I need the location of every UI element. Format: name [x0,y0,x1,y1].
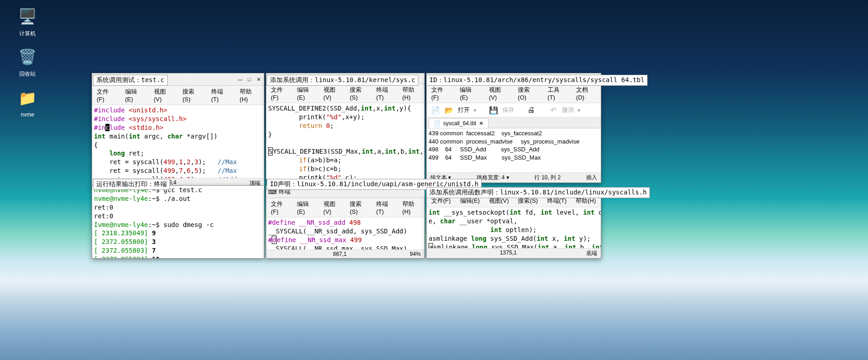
code-area[interactable]: int __sys_setsockopt(int fd, int level, … [427,207,601,248]
statusbar: 1375,1 底端 [427,248,601,258]
window-terminal[interactable]: nvme@nvme-ly4e:~$ gcc test.c nvme@nvme-l… [92,185,264,259]
tab-syscall64[interactable]: 📄 syscall_64.tbl ✕ [429,118,489,128]
cursor-pos: 行 10, 列 2 [534,174,560,182]
menu-terminal[interactable]: 终端(T) [372,85,398,102]
desktop-icon-label: nvme [9,111,46,118]
undo-button: 撤消 [562,106,574,114]
menu-view[interactable]: 视图(V) [319,199,346,216]
desktop-icon-label: 回收站 [9,70,46,78]
desktop-icon-trash[interactable]: 🗑️ 回收站 [9,46,46,78]
code-area[interactable]: 439 common faccessat2 sys_faccessat2 440… [427,128,601,172]
cursor-pos: 1375,1 [500,249,517,257]
close-tab-icon[interactable]: ✕ [479,120,483,127]
menu-terminal[interactable]: 终端(T) [207,87,235,104]
window-unistd[interactable]: ⌨ 终端 文件(F) 编辑(E) 视图(V) 搜索(S) 终端(T) 帮助(H)… [266,185,425,259]
menu-search[interactable]: 搜索(O) [513,85,543,102]
menu-edit[interactable]: 编辑(E) [292,199,319,216]
code-area[interactable]: #define __NR_ssd_add 498 __SYSCALL(__NR_… [266,217,424,249]
insert-mode: 插入 [586,174,597,182]
menu-edit[interactable]: 编辑(E) [292,85,319,102]
menu-edit[interactable]: 编辑(E) [121,87,149,104]
menu-docs[interactable]: 文档(D) [571,85,601,102]
menu-file[interactable]: 文件(F) [266,85,292,102]
new-icon[interactable]: 📄 [430,105,440,115]
minimize-button[interactable]: — [236,76,244,83]
code-area[interactable]: SYSCALL_DEFINE2(SSD_Add,int,x,int,y){ pr… [266,103,424,179]
menu-search[interactable]: 搜索(S) [178,87,207,104]
tab-label: syscall_64.tbl [443,120,476,127]
open-icon[interactable]: 📂 [444,105,454,115]
menu-search[interactable]: 搜索(S) [345,85,372,102]
computer-icon: 🖥️ [16,6,38,28]
menu-file[interactable]: 文件(F) [92,87,121,104]
trash-icon: 🗑️ [16,46,38,68]
menu-view[interactable]: 视图(V) [319,85,346,102]
menu-file[interactable]: 文件(F) [427,85,455,102]
menu-help[interactable]: 帮助(H) [398,85,424,102]
window-syscallsh[interactable]: 文件(F) 编辑(E) 视图(V) 搜索(S) 终端(T) 帮助(H) int … [426,194,601,259]
desktop-icon-computer[interactable]: 🖥️ 计算机 [9,6,46,38]
code-area[interactable]: #include <unistd.h> #include <sys/syscal… [92,105,264,178]
menu-search[interactable]: 搜索(S) [345,199,372,216]
label-sysc: 添加系统调用：linux-5.10.81/kernel/sys.c [267,75,418,86]
save-button: 保存 [502,106,514,114]
menu-terminal[interactable]: 终端(T) [372,199,398,216]
maximize-button[interactable]: □ [246,76,253,83]
menubar: 文件(F) 编辑(E) 视图(V) 搜索(S) 终端(T) 帮助(H) [266,198,424,217]
terminal-area[interactable]: nvme@nvme-ly4e:~$ gcc test.c nvme@nvme-l… [92,186,264,258]
label-syscallsh: 添加系统调用函数声明：linux-5.10.81/include/linux/s… [426,187,650,198]
save-icon: 💾 [489,105,499,115]
label-term-output: 运行结果输出打印：终端 [93,179,170,190]
menu-help[interactable]: 帮助(H) [398,199,424,216]
menu-view[interactable]: 视图(V) [484,85,513,102]
menubar: 文件(F) 编辑(E) 视图(V) 搜索(O) 工具(T) 文档(D) [427,84,601,103]
cursor-pos: 867,1 [333,251,346,257]
menu-tools[interactable]: 工具(T) [543,85,571,102]
folder-icon: 📁 [16,87,38,109]
menu-edit[interactable]: 编辑(E) [455,85,484,102]
label-syscall-tbl: ID：linux-5.10.81/arch/x86/entry/syscalls… [426,75,648,86]
window-sysc[interactable]: 文件(F) 编辑(E) 视图(V) 搜索(S) 终端(T) 帮助(H) SYSC… [266,73,425,179]
window-testc[interactable]: — □ ✕ 文件(F) 编辑(E) 视图(V) 搜索(S) 终端(T) 帮助(H… [92,73,264,188]
menubar: 文件(F) 编辑(E) 视图(V) 搜索(S) 终端(T) 帮助(H) [266,84,424,103]
toolbar: 📄 📂 打开▾ 💾 保存 🖨 ↶ 撤消▾ [427,103,601,117]
desktop-icon-folder[interactable]: 📁 nvme [9,87,46,118]
scroll-pct: 94% [410,251,421,257]
menubar: 文件(F) 编辑(E) 视图(V) 搜索(S) 终端(T) 帮助(H) [92,86,264,105]
mode-indicator: 底端 [586,249,597,257]
close-button[interactable]: ✕ [255,76,262,83]
menu-help[interactable]: 帮助(H) [235,87,264,104]
menu-view[interactable]: 视图(V) [149,87,178,104]
file-icon: 📄 [434,120,440,127]
statusbar: 867,1 94% [266,249,424,258]
window-gedit[interactable]: 文件(F) 编辑(E) 视图(V) 搜索(O) 工具(T) 文档(D) 📄 📂 … [426,73,601,183]
open-button[interactable]: 打开 [458,106,470,114]
desktop-icon-label: 计算机 [9,30,46,38]
undo-icon: ↶ [548,105,558,115]
tabbar: 📄 syscall_64.tbl ✕ [427,117,601,128]
menu-file[interactable]: 文件(F) [266,199,292,216]
label-testc: 系统调用测试：test.c [93,75,168,86]
print-icon[interactable]: 🖨 [526,105,536,115]
